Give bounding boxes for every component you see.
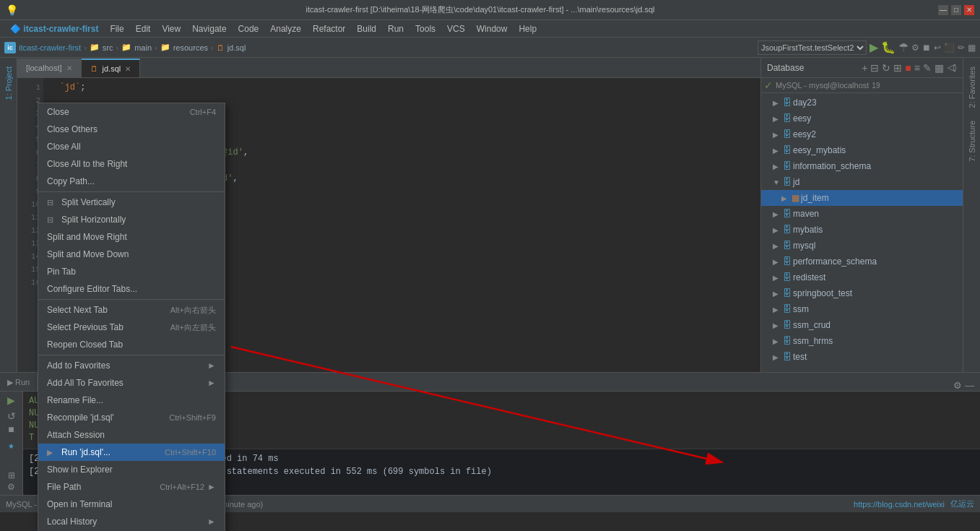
menu-project[interactable]: 🔷 itcast-crawler-first	[4, 22, 104, 35]
tab-localhost[interactable]: [localhost] ✕	[17, 59, 82, 77]
cm-split-horiz[interactable]: ⊟ Split Horizontally	[38, 211, 225, 228]
toolbar-btn-1[interactable]: ⚙	[911, 43, 919, 53]
db-item-eesy2[interactable]: ▶ 🗄 eesy2	[761, 126, 963, 142]
db-panel-btn-1[interactable]: ⊟	[870, 62, 879, 74]
menu-build[interactable]: Build	[351, 22, 382, 35]
cm-split-vert[interactable]: ⊟ Split Vertically	[38, 194, 225, 211]
toolbar-btn-6[interactable]: ▦	[968, 43, 976, 53]
menu-edit[interactable]: Edit	[130, 22, 157, 35]
db-item-eesy[interactable]: ▶ 🗄 eesy	[761, 111, 963, 126]
run-button[interactable]: ▶	[870, 40, 878, 54]
menu-view[interactable]: View	[156, 22, 186, 35]
cm-recompile[interactable]: Recompile 'jd.sql' Ctrl+Shift+F9	[38, 409, 225, 426]
run-config-dropdown[interactable]: JsoupFirstTest.testSelect2	[758, 40, 867, 55]
cm-local-history[interactable]: Local History ►	[38, 513, 225, 530]
db-stop-button[interactable]: ■	[905, 62, 911, 74]
db-item-test[interactable]: ▶ 🗄 test	[761, 349, 963, 365]
menu-tools[interactable]: Tools	[409, 22, 441, 35]
db-edit-button[interactable]: ✎	[923, 62, 932, 74]
layout-icon[interactable]: ⊞	[8, 470, 15, 480]
breadcrumb-file[interactable]: jd.sql	[227, 43, 246, 52]
stop-bottom-icon[interactable]: ■	[8, 423, 14, 435]
tab-jd-sql-close[interactable]: ✕	[125, 65, 131, 73]
rerun-icon[interactable]: ↺	[7, 410, 16, 422]
status-link[interactable]: https://blog.csdn.net/weixi	[854, 500, 945, 509]
breadcrumb-src[interactable]: src	[103, 43, 113, 52]
maximize-button[interactable]: □	[951, 5, 961, 15]
db-server-label[interactable]: MySQL - mysql@localhost	[773, 81, 869, 90]
db-item-ssm-crud[interactable]: ▶ 🗄 ssm_crud	[761, 317, 963, 333]
cm-select-prev-tab[interactable]: Select Previous Tab Alt+向左箭头	[38, 319, 225, 336]
menu-help[interactable]: Help	[513, 22, 542, 35]
debug-button[interactable]: 🐛	[881, 40, 896, 54]
breadcrumb-resources[interactable]: resources	[173, 43, 208, 52]
db-item-eesy-mybatis[interactable]: ▶ 🗄 eesy_mybatis	[761, 142, 963, 158]
right-vert-tab-favorites[interactable]: 2: Favorites	[965, 61, 979, 113]
right-vert-tab-structure[interactable]: 7: Structure	[965, 115, 979, 168]
cm-attach-session[interactable]: Attach Session	[38, 426, 225, 444]
db-grid-button[interactable]: ▦	[935, 62, 944, 74]
breadcrumb-main[interactable]: main	[134, 43, 152, 52]
db-item-mysql[interactable]: ▶ 🗄 mysql	[761, 238, 963, 254]
cm-close[interactable]: Close Ctrl+F4	[38, 103, 225, 121]
bottom-settings-icon[interactable]: ⚙	[953, 380, 962, 391]
db-refresh-button[interactable]: ↻	[882, 62, 890, 74]
menu-refactor[interactable]: Refactor	[307, 22, 351, 35]
cm-close-all-right[interactable]: Close All to the Right	[38, 155, 225, 173]
cm-reopen-closed-tab[interactable]: Reopen Closed Tab	[38, 336, 225, 353]
favorites-bottom-icon[interactable]: ★	[8, 442, 14, 450]
cm-add-all-favorites[interactable]: Add All To Favorites ►	[38, 374, 225, 392]
db-item-redistest[interactable]: ▶ 🗄 redistest	[761, 269, 963, 285]
breadcrumb-project[interactable]: itcast-crawler-first	[19, 43, 81, 52]
cm-open-terminal[interactable]: Open in Terminal	[38, 496, 225, 513]
toolbar-btn-4[interactable]: ⬛	[944, 43, 955, 53]
cm-configure-tabs[interactable]: Configure Editor Tabs...	[38, 280, 225, 298]
bottom-tab-run[interactable]: ▶ Run	[0, 374, 38, 391]
settings-bottom-icon[interactable]: ⚙	[7, 482, 15, 492]
menu-analyze[interactable]: Analyze	[264, 22, 307, 35]
menu-vcs[interactable]: VCS	[441, 22, 471, 35]
db-item-day23[interactable]: ▶ 🗄 day23	[761, 95, 963, 111]
cm-file-path[interactable]: File Path Ctrl+Alt+F12 ►	[38, 478, 225, 496]
cm-show-explorer[interactable]: Show in Explorer	[38, 461, 225, 478]
cm-rename-file[interactable]: Rename File...	[38, 392, 225, 409]
tab-localhost-close[interactable]: ✕	[66, 64, 72, 72]
close-button[interactable]: ✕	[964, 5, 974, 15]
db-add-button[interactable]: +	[862, 62, 867, 74]
cm-copy-path[interactable]: Copy Path...	[38, 173, 225, 190]
db-item-maven[interactable]: ▶ 🗄 maven	[761, 206, 963, 222]
cm-split-move-down[interactable]: Split and Move Down	[38, 246, 225, 263]
toolbar-btn-3[interactable]: ↩	[934, 43, 941, 53]
coverage-button[interactable]: ☂	[898, 40, 909, 54]
menu-run[interactable]: Run	[382, 22, 409, 35]
db-item-ssm-hrms[interactable]: ▶ 🗄 ssm_hrms	[761, 333, 963, 349]
cm-close-all[interactable]: Close All	[38, 138, 225, 155]
db-funnel-button[interactable]: ⏿	[947, 62, 957, 74]
menu-file[interactable]: File	[104, 22, 129, 35]
db-panel-btn-2[interactable]: ≡	[914, 62, 920, 74]
bottom-close-icon[interactable]: —	[965, 380, 974, 391]
cm-close-others[interactable]: Close Others	[38, 121, 225, 138]
menu-navigate[interactable]: Navigate	[186, 22, 232, 35]
minimize-button[interactable]: —	[938, 5, 948, 15]
run-bottom-icon[interactable]: ▶	[7, 394, 15, 406]
db-item-jd-item[interactable]: ▶ ▦ jd_item	[761, 190, 963, 206]
tab-jd-sql[interactable]: 🗒 jd.sql ✕	[82, 59, 141, 77]
cm-add-to-favorites[interactable]: Add to Favorites ►	[38, 357, 225, 374]
db-item-ssm[interactable]: ▶ 🗄 ssm	[761, 301, 963, 317]
cm-split-move-right[interactable]: Split and Move Right	[38, 228, 225, 246]
db-item-info-schema[interactable]: ▶ 🗄 information_schema	[761, 158, 963, 174]
menu-window[interactable]: Window	[471, 22, 513, 35]
db-item-jd[interactable]: ▼ 🗄 jd	[761, 174, 963, 190]
toolbar-btn-5[interactable]: ✏	[958, 43, 965, 53]
db-item-springboot[interactable]: ▶ 🗄 springboot_test	[761, 285, 963, 301]
db-item-mybatis[interactable]: ▶ 🗄 mybatis	[761, 222, 963, 238]
db-filter-button[interactable]: ⊞	[893, 62, 902, 74]
cm-pin-tab[interactable]: Pin Tab	[38, 263, 225, 280]
left-vert-tab-project[interactable]: 1: Project	[1, 61, 16, 105]
db-item-perf-schema[interactable]: ▶ 🗄 performance_schema	[761, 254, 963, 269]
menu-code[interactable]: Code	[233, 22, 265, 35]
cm-select-next-tab[interactable]: Select Next Tab Alt+向右箭头	[38, 301, 225, 319]
toolbar-btn-2[interactable]: ⏹	[922, 43, 931, 53]
cm-run-jd[interactable]: ▶ Run 'jd.sql'... Ctrl+Shift+F10	[38, 444, 225, 461]
